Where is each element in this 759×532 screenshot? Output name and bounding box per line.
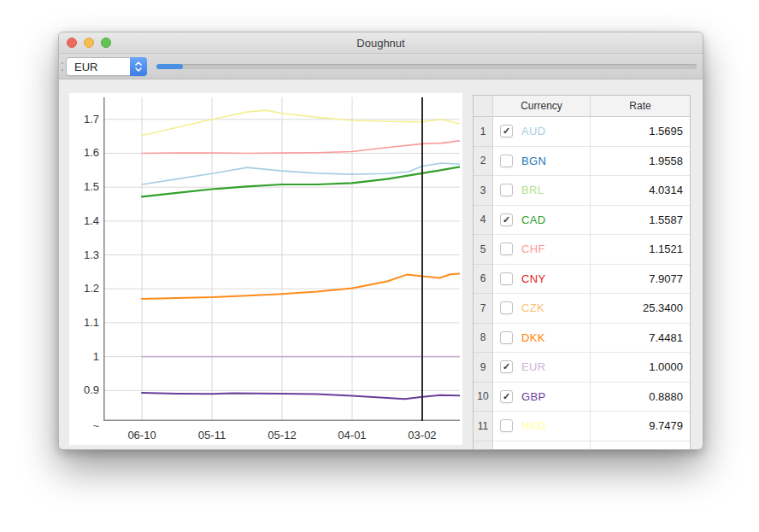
currency-table[interactable]: Currency Rate 1✓AUD1.56952BGN1.95583BRL4… bbox=[473, 95, 691, 450]
currency-checkbox[interactable]: ✓ bbox=[500, 125, 513, 137]
table-row[interactable]: 10✓GBP0.8880 bbox=[474, 383, 690, 412]
table-row[interactable]: 3BRL4.0314 bbox=[474, 176, 690, 206]
base-currency-value: EUR bbox=[67, 61, 130, 73]
row-number: 4 bbox=[474, 206, 493, 236]
table-row[interactable]: 6CNY7.9077 bbox=[474, 265, 690, 295]
toolbar: EUR bbox=[59, 54, 703, 79]
row-number: 6 bbox=[474, 265, 493, 295]
rate-value: 1.9558 bbox=[591, 147, 690, 177]
currency-checkbox[interactable] bbox=[500, 155, 513, 167]
currency-checkbox[interactable] bbox=[500, 272, 513, 285]
row-number: 2 bbox=[474, 147, 493, 177]
row-number: 8 bbox=[474, 324, 493, 354]
table-row[interactable]: 7CZK25.3400 bbox=[474, 294, 690, 324]
currency-cell: ✓AUD bbox=[493, 117, 591, 147]
y-tick-label: 1.7 bbox=[69, 113, 99, 126]
chart-plot[interactable] bbox=[103, 97, 460, 421]
table-row[interactable]: 8DKK7.4481 bbox=[474, 324, 690, 354]
row-number: 3 bbox=[474, 176, 493, 206]
table-body: 1✓AUD1.56952BGN1.95583BRL4.03144✓CAD1.55… bbox=[474, 117, 690, 450]
currency-checkbox[interactable] bbox=[500, 331, 513, 344]
currency-code: BGN bbox=[521, 155, 546, 167]
series-purple bbox=[142, 393, 460, 399]
series-light-blue bbox=[142, 163, 460, 184]
currency-checkbox[interactable]: ✓ bbox=[500, 360, 513, 373]
table-header-row: Currency Rate bbox=[474, 96, 690, 117]
rate-value: 1.5695 bbox=[591, 117, 690, 147]
currency-column-header[interactable]: Currency bbox=[493, 96, 591, 116]
window-title: Doughnut bbox=[356, 37, 404, 50]
currency-code: GBP bbox=[521, 390, 545, 403]
y-tick-label: 1.4 bbox=[69, 214, 99, 228]
timeline-slider-fill[interactable] bbox=[156, 64, 183, 69]
table-row[interactable] bbox=[474, 441, 690, 451]
currency-code: CZK bbox=[521, 301, 544, 314]
x-tick-label: 04-01 bbox=[327, 429, 378, 441]
currency-code: DKK bbox=[521, 331, 545, 344]
y-tick-label: 1.6 bbox=[69, 146, 99, 160]
rate-column-header[interactable]: Rate bbox=[591, 96, 690, 116]
stepper-arrows-icon[interactable] bbox=[130, 57, 147, 76]
y-tick-label: 1.5 bbox=[69, 180, 99, 194]
currency-cell: BGN bbox=[493, 147, 591, 177]
minimize-window-button[interactable] bbox=[84, 38, 94, 48]
currency-checkbox[interactable] bbox=[500, 419, 513, 432]
rate-value: 1.1521 bbox=[591, 235, 690, 265]
currency-code: CNY bbox=[521, 272, 545, 285]
rate-value: 0.8880 bbox=[591, 383, 690, 412]
currency-checkbox[interactable] bbox=[500, 449, 513, 450]
y-tick-label: 1.2 bbox=[69, 282, 99, 295]
row-number bbox=[474, 441, 493, 451]
currency-checkbox[interactable] bbox=[500, 184, 513, 196]
currency-code: AUD bbox=[521, 125, 545, 137]
currency-code: CAD bbox=[521, 213, 545, 226]
series-green bbox=[142, 167, 460, 196]
x-tick-label: 06-10 bbox=[116, 429, 168, 441]
rate-value bbox=[591, 441, 690, 451]
row-number-column-header[interactable] bbox=[474, 96, 493, 116]
currency-cell: CZK bbox=[493, 294, 591, 324]
table-row[interactable]: 9✓EUR1.0000 bbox=[474, 353, 690, 383]
rate-value: 4.0314 bbox=[591, 176, 690, 206]
currency-code: HKD bbox=[521, 419, 545, 432]
x-tick-label: 03-02 bbox=[397, 429, 448, 441]
currency-code: BRL bbox=[521, 184, 544, 196]
currency-checkbox[interactable] bbox=[500, 301, 513, 314]
currency-checkbox[interactable]: ✓ bbox=[500, 390, 513, 403]
currency-checkbox[interactable] bbox=[500, 243, 513, 255]
rate-value: 1.0000 bbox=[591, 353, 690, 383]
currency-cell: BRL bbox=[493, 176, 591, 206]
y-tick-label: 1.1 bbox=[69, 316, 99, 330]
x-tick-label: 05-11 bbox=[186, 429, 238, 441]
currency-cell: ✓GBP bbox=[493, 383, 591, 412]
window-controls bbox=[67, 38, 111, 48]
title-bar[interactable]: Doughnut bbox=[59, 32, 703, 54]
base-currency-select[interactable]: EUR bbox=[66, 57, 147, 76]
rate-value: 7.4481 bbox=[591, 324, 690, 354]
table-row[interactable]: 5CHF1.1521 bbox=[474, 235, 690, 265]
close-window-button[interactable] bbox=[67, 38, 77, 48]
row-number: 9 bbox=[474, 353, 493, 383]
table-row[interactable]: 1✓AUD1.5695 bbox=[474, 117, 690, 147]
timeline-slider[interactable] bbox=[156, 64, 697, 69]
app-window: Doughnut EUR 1.71.61.51.41.31.21.110.9~ … bbox=[58, 32, 703, 450]
row-number: 5 bbox=[474, 235, 493, 265]
table-row[interactable]: 4✓CAD1.5587 bbox=[474, 206, 690, 236]
table-row[interactable]: 2BGN1.9558 bbox=[474, 147, 690, 177]
zoom-window-button[interactable] bbox=[101, 38, 111, 48]
currency-cell: HKD bbox=[493, 412, 591, 441]
y-tick-label: 0.9 bbox=[69, 383, 99, 397]
table-row[interactable]: 11HKD9.7479 bbox=[474, 412, 690, 441]
y-tick-label: 1 bbox=[69, 350, 99, 364]
x-tick-label: 05-12 bbox=[256, 429, 308, 441]
currency-checkbox[interactable]: ✓ bbox=[500, 213, 513, 226]
series-orange bbox=[142, 273, 460, 299]
row-number: 11 bbox=[474, 412, 493, 441]
currency-cell: DKK bbox=[493, 324, 591, 354]
row-number: 1 bbox=[474, 117, 493, 147]
rates-chart[interactable]: 1.71.61.51.41.31.21.110.9~ 06-1005-1105-… bbox=[69, 93, 462, 445]
currency-cell bbox=[493, 441, 591, 451]
currency-cell: ✓CAD bbox=[493, 206, 591, 236]
currency-code: CHF bbox=[521, 243, 545, 255]
toolbar-grip-icon bbox=[62, 62, 64, 71]
